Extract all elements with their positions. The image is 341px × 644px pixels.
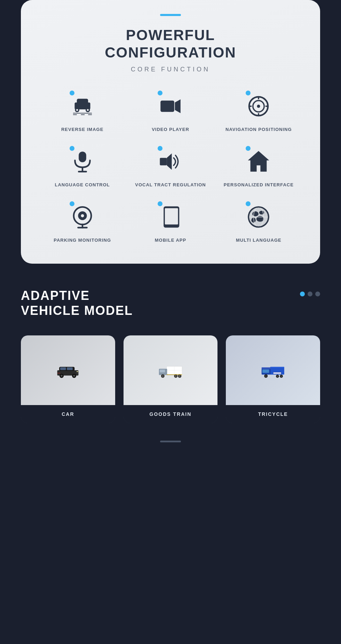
svg-rect-44 [60, 367, 66, 370]
tablet-icon [158, 204, 183, 230]
svg-rect-72 [176, 374, 177, 375]
svg-rect-68 [171, 374, 172, 375]
multi-language-icon-wrapper [243, 201, 274, 233]
navigation-icon-wrapper [243, 91, 274, 122]
speaker-icon [158, 149, 183, 174]
svg-point-82 [265, 375, 267, 377]
vehicles-grid: CAR [21, 335, 320, 423]
dot-3 [315, 292, 320, 296]
svg-rect-51 [57, 373, 60, 373]
bottom-bar [160, 441, 181, 442]
blue-dot [70, 201, 74, 206]
configuration-card: POWERFUL CONFIGURATION CORE FUNCTION [21, 0, 320, 264]
feature-navigation: NAVIGATION POSITIONING [218, 91, 299, 132]
svg-marker-23 [167, 153, 172, 170]
blue-dot [246, 146, 251, 151]
reverse-image-label: REVERSE IMAGE [61, 127, 103, 132]
tricycle-label: TRICYCLE [226, 405, 320, 423]
blue-dot [70, 146, 74, 151]
svg-rect-69 [173, 374, 174, 375]
svg-rect-71 [175, 374, 176, 375]
svg-point-49 [73, 375, 76, 377]
svg-point-61 [175, 375, 176, 377]
vocal-tract-icon-wrapper [155, 146, 186, 177]
blue-dot [70, 91, 74, 95]
mobile-app-label: MOBILE APP [155, 238, 186, 243]
goods-train-label: GOODS TRAIN [124, 405, 218, 423]
target-icon [246, 94, 271, 119]
vehicle-card-tricycle[interactable]: TRICYCLE [226, 335, 320, 423]
svg-rect-74 [179, 374, 180, 375]
feature-multi-language: MULTI LANGUAGE [218, 201, 299, 243]
car-illustration [55, 358, 80, 383]
video-player-label: VIDEO PLAYER [152, 127, 189, 132]
svg-rect-57 [160, 370, 165, 372]
tricycle-illustration [261, 358, 286, 383]
multi-language-label: MULTI LANGUAGE [236, 238, 281, 243]
svg-rect-10 [160, 101, 174, 112]
svg-rect-1 [77, 99, 88, 103]
feature-reverse-image: REVERSE IMAGE [42, 91, 123, 132]
personalized-icon-wrapper [243, 146, 274, 177]
language-control-label: LANGUAGE CONTROL [55, 182, 110, 187]
svg-point-63 [179, 375, 180, 377]
parking-icon-wrapper [67, 201, 98, 233]
svg-rect-70 [174, 374, 175, 375]
globe-icon [246, 204, 271, 230]
svg-point-84 [277, 376, 278, 377]
dots-indicator [300, 288, 320, 296]
features-grid: REVERSE IMAGE VIDEO PLAYER [42, 91, 299, 243]
section-title: ADAPTIVE VEHICLE MODEL [21, 288, 133, 318]
home-icon [246, 149, 271, 174]
car-reverse-icon [70, 94, 95, 119]
svg-rect-31 [165, 208, 178, 225]
svg-rect-50 [77, 371, 78, 372]
vehicle-card-car[interactable]: CAR [21, 335, 115, 423]
language-control-icon-wrapper [67, 146, 98, 177]
svg-rect-22 [160, 158, 167, 165]
blue-dot [246, 91, 251, 95]
feature-personalized: PERSONALIZED INTERFACE [218, 146, 299, 187]
personalized-label: PERSONALIZED INTERFACE [224, 182, 294, 187]
feature-video-player: VIDEO PLAYER [130, 91, 211, 132]
svg-rect-77 [270, 367, 284, 367]
svg-rect-73 [178, 374, 179, 375]
svg-rect-19 [79, 152, 86, 162]
tricycle-image [226, 335, 320, 405]
svg-point-3 [76, 109, 78, 111]
navigation-label: NAVIGATION POSITIONING [225, 127, 292, 132]
svg-rect-66 [168, 374, 169, 375]
svg-marker-11 [175, 99, 181, 113]
svg-rect-79 [262, 370, 269, 373]
feature-vocal-tract: VOCAL TRACT REGULATION [130, 146, 211, 187]
svg-rect-45 [67, 367, 73, 370]
svg-rect-67 [170, 374, 171, 375]
reverse-image-icon-wrapper [67, 91, 98, 122]
dot-1 [300, 292, 305, 296]
svg-point-14 [257, 104, 260, 108]
car-label: CAR [21, 405, 115, 423]
blue-dot [158, 201, 162, 206]
feature-parking: PARKING MONITORING [42, 201, 123, 243]
svg-point-86 [281, 376, 282, 377]
blue-dot [158, 146, 162, 151]
svg-rect-88 [273, 372, 281, 374]
svg-rect-52 [77, 372, 78, 374]
video-camera-icon [158, 94, 183, 119]
adaptive-section: ADAPTIVE VEHICLE MODEL [0, 264, 341, 463]
dot-2 [308, 292, 312, 296]
feature-language-control: LANGUAGE CONTROL [42, 146, 123, 187]
blue-dot [158, 91, 162, 95]
section-header: ADAPTIVE VEHICLE MODEL [21, 288, 320, 318]
truck-image [124, 335, 218, 405]
feature-mobile-app: MOBILE APP [130, 201, 211, 243]
car-image [21, 335, 115, 405]
accent-bar [160, 14, 181, 16]
blue-dot [246, 201, 251, 206]
svg-rect-65 [167, 374, 168, 375]
subtitle: CORE FUNCTION [42, 66, 299, 73]
parking-label: PARKING MONITORING [54, 238, 111, 243]
vehicle-card-truck[interactable]: GOODS TRAIN [124, 335, 218, 423]
svg-point-5 [87, 109, 88, 111]
svg-rect-75 [181, 374, 182, 375]
